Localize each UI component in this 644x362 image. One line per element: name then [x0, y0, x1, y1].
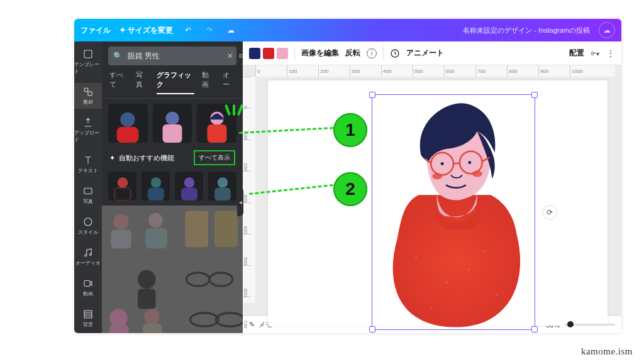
svg-rect-27: [214, 211, 238, 248]
cloud-sync-icon[interactable]: ☁: [225, 24, 237, 36]
rail-audio[interactable]: オーディオ: [74, 244, 102, 270]
color-swatches: [249, 48, 288, 59]
svg-point-36: [191, 313, 219, 326]
tab-audio[interactable]: オー: [223, 70, 235, 94]
menu-bar: ファイル ✦ サイズを変更 ↶ ↷ ☁ 名称未設定のデザイン - Instagr…: [74, 19, 621, 41]
rail-upload[interactable]: アップロード: [74, 114, 102, 146]
resize-label: サイズを変更: [128, 26, 173, 35]
rail-elements[interactable]: 素材: [74, 83, 102, 109]
svg-point-39: [415, 256, 416, 258]
resize-menu[interactable]: ✦ サイズを変更: [119, 25, 173, 36]
tab-graphic[interactable]: グラフィック: [157, 70, 195, 94]
swatch-3[interactable]: [277, 48, 288, 59]
search-icon: 🔍: [113, 52, 123, 60]
svg-point-5: [85, 255, 87, 256]
svg-point-43: [431, 307, 432, 308]
reco-thumb[interactable]: [208, 172, 236, 200]
undo-icon[interactable]: ↶: [182, 24, 194, 36]
reco-thumb[interactable]: [108, 172, 136, 200]
svg-point-45: [441, 162, 444, 165]
svg-point-8: [121, 112, 135, 127]
info-icon[interactable]: i: [367, 48, 377, 58]
filter-tabs: すべて 写真 グラフィック 動画 オー: [102, 70, 243, 99]
svg-point-14: [117, 177, 128, 188]
file-menu[interactable]: ファイル: [80, 25, 111, 36]
svg-point-41: [484, 250, 485, 251]
rail-text[interactable]: テキスト: [74, 151, 102, 177]
svg-point-42: [496, 294, 497, 295]
share-cloud-icon[interactable]: ☁: [599, 22, 615, 38]
svg-rect-9: [117, 127, 139, 143]
svg-point-22: [113, 214, 128, 230]
annotation-step-1: 1: [333, 113, 367, 147]
annotation-accent-icon: [226, 104, 244, 118]
resize-handle[interactable]: [369, 92, 375, 98]
svg-rect-17: [148, 188, 164, 200]
recommend-title: 自動おすすめ機能: [119, 153, 174, 163]
show-all-button[interactable]: すべて表示: [194, 150, 235, 165]
edit-image-button[interactable]: 画像を編集: [301, 48, 339, 58]
svg-point-30: [186, 273, 209, 286]
swatch-1[interactable]: [249, 48, 260, 59]
lock-icon[interactable]: 🗝: [591, 48, 600, 58]
svg-point-31: [209, 273, 233, 286]
rail-template[interactable]: テンプレート: [74, 45, 102, 78]
ruler-vertical: 0100200300400500600700: [243, 77, 255, 303]
reco-thumb[interactable]: [175, 172, 203, 200]
signature: kamome.ism: [581, 346, 633, 357]
panel-collapse-icon[interactable]: ◂: [237, 187, 243, 216]
rail-style[interactable]: スタイル: [74, 213, 102, 239]
svg-rect-21: [214, 188, 231, 200]
svg-point-1: [84, 88, 88, 92]
more-icon[interactable]: ⋮: [606, 48, 615, 58]
selected-element[interactable]: ⟳: [372, 94, 535, 330]
ruler-horizontal: 01002003004005006007008009001000: [255, 65, 615, 77]
search-field[interactable]: 🔍 ✕ ≡: [108, 47, 236, 65]
document-title[interactable]: 名称未設定のデザイン - Instagramの投稿: [463, 26, 590, 35]
rail-video[interactable]: 動画: [74, 275, 102, 300]
svg-rect-19: [181, 188, 197, 200]
redo-icon[interactable]: ↷: [203, 24, 216, 36]
tab-video[interactable]: 動画: [202, 70, 214, 94]
clear-icon[interactable]: ✕: [227, 52, 233, 60]
rail-background[interactable]: 背景: [74, 305, 102, 331]
graphic-thumb[interactable]: [108, 104, 148, 143]
svg-point-44: [469, 269, 470, 270]
flip-button[interactable]: 反転: [345, 48, 360, 58]
search-input[interactable]: [128, 52, 222, 60]
svg-rect-15: [114, 188, 131, 200]
elements-panel: 🔍 ✕ ≡ すべて 写真 グラフィック 動画 オー: [102, 41, 243, 333]
svg-point-24: [148, 213, 162, 228]
canvas-page[interactable]: ⟳: [268, 80, 608, 326]
side-rail: テンプレート 素材 アップロード テキスト 写真 スタイル オーディオ 動画 背…: [74, 41, 102, 333]
canvas-area[interactable]: 01002003004005006007008009001000 0100200…: [243, 65, 621, 315]
man-glasses-illustration: [372, 95, 535, 329]
swatch-2[interactable]: [263, 48, 274, 59]
result-row-1: [102, 99, 243, 148]
reco-thumb[interactable]: [142, 172, 170, 200]
svg-rect-25: [145, 228, 167, 248]
sparkle-icon: ✦: [109, 154, 115, 162]
animate-icon: [390, 48, 400, 58]
svg-rect-3: [84, 189, 92, 194]
zoom-slider[interactable]: [565, 324, 615, 326]
tab-all[interactable]: すべて: [109, 70, 128, 94]
filter-icon[interactable]: ≡: [238, 52, 243, 60]
svg-rect-0: [84, 50, 92, 58]
resize-handle[interactable]: [531, 92, 538, 98]
graphic-thumb[interactable]: [153, 104, 192, 143]
svg-point-46: [468, 161, 471, 164]
more-results[interactable]: [102, 206, 243, 333]
annotation-step-2: 2: [333, 172, 367, 206]
placement-button[interactable]: 配置: [569, 48, 584, 58]
svg-rect-7: [84, 281, 90, 287]
animate-button[interactable]: アニメート: [406, 48, 444, 58]
svg-point-10: [165, 112, 179, 125]
tab-photo[interactable]: 写真: [136, 70, 148, 94]
recommend-row: [102, 167, 243, 206]
rotate-handle[interactable]: ⟳: [542, 205, 557, 220]
resize-handle[interactable]: [531, 326, 538, 332]
recommend-header: ✦自動おすすめ機能 すべて表示: [102, 148, 243, 167]
resize-handle[interactable]: [369, 326, 375, 332]
rail-photo[interactable]: 写真: [74, 182, 102, 208]
